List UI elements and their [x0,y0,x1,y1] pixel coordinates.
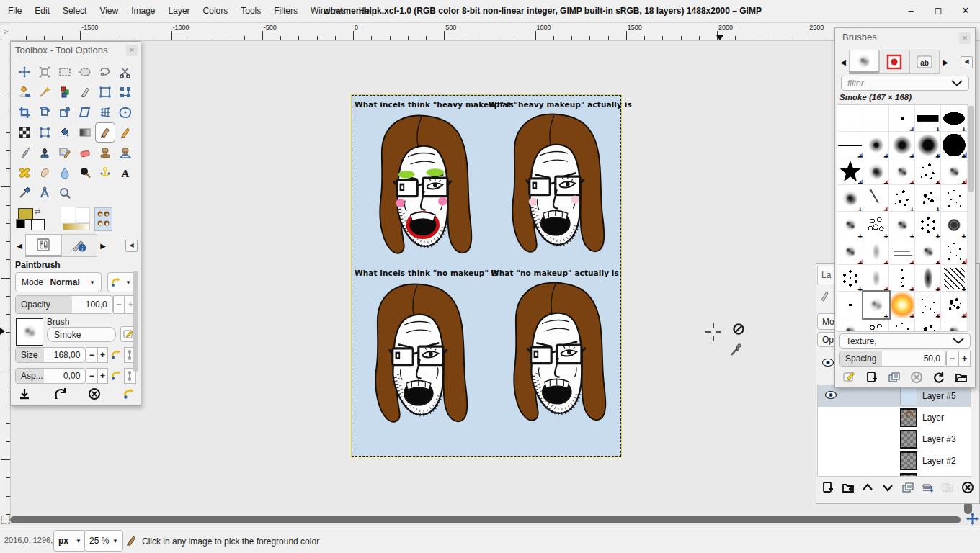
refresh-brushes-button[interactable] [931,369,947,385]
layer-row[interactable]: Layer #3 [818,428,971,450]
layer-row[interactable]: Layer #1 [818,472,971,477]
swap-colors-icon[interactable]: ⇄ [35,207,40,215]
duplicate-layer-button[interactable] [900,480,916,495]
delete-brush-button[interactable] [909,369,925,385]
edit-brush-button[interactable] [842,369,858,385]
zoom-select[interactable]: 25 %▼ [84,530,123,552]
layer-visibility-eye-icon[interactable] [825,391,837,401]
tool-perspective-clone[interactable] [115,143,135,163]
tab-brushes[interactable] [849,50,879,74]
size-reset-icon[interactable] [111,350,121,360]
brush-cell[interactable]: + [863,158,889,185]
delete-tool-preset-icon[interactable] [88,387,101,400]
tool-options-scrollbar[interactable] [133,271,138,372]
active-brush-thumbnail[interactable] [61,207,75,222]
layer-thumbnail[interactable] [900,430,917,449]
tool-warp-transform[interactable] [115,102,135,122]
brush-cell[interactable]: + [837,318,863,332]
tabs-scroll-right-icon[interactable]: ▶ [97,242,109,250]
brushes-tabs-scroll-right-icon[interactable]: ▶ [940,58,951,66]
brush-cell[interactable]: + [915,212,941,238]
menu-image[interactable]: Image [125,0,161,22]
menu-file[interactable]: File [1,0,28,22]
tool-ellipse-select[interactable] [75,62,95,82]
close-button[interactable]: ✕ [956,3,976,19]
brush-grid-scrollbar[interactable] [968,104,974,331]
brushes-close-icon[interactable]: ✕ [959,32,971,44]
brush-cell[interactable]: + [889,238,915,265]
brush-cell[interactable]: + [889,185,915,212]
layer-row[interactable]: Layer #5 [818,385,971,407]
layers-tab-fragment[interactable]: La [817,266,835,284]
new-layer-group-button[interactable] [840,480,856,495]
brush-cell[interactable]: + [837,212,863,238]
brush-cell[interactable]: + [837,132,863,158]
tool-fuzzy-select[interactable] [35,82,55,102]
layer-thumbnail[interactable] [900,387,917,405]
brush-cell[interactable]: + [837,238,863,265]
brush-cell[interactable]: + [889,292,915,318]
active-image-thumbnail[interactable] [94,207,112,231]
brush-cell[interactable]: + [837,158,863,185]
layer-thumbnail[interactable] [900,473,917,477]
size-decrease-button[interactable]: − [86,347,97,363]
brush-cell[interactable]: + [915,318,941,332]
menu-edit[interactable]: Edit [28,0,56,22]
layer-opacity-fragment[interactable]: Op [817,332,836,347]
tool-shear[interactable] [75,102,95,122]
brush-cell[interactable]: + [915,265,941,292]
brush-cell[interactable]: + [941,265,967,292]
menu-view[interactable]: View [93,0,125,22]
save-tool-preset-icon[interactable] [18,387,31,400]
tab-patterns[interactable] [879,50,909,74]
brush-cell[interactable]: + [837,185,863,212]
tool-blur-sharpen[interactable] [55,163,75,183]
tool-foreground-select[interactable] [14,82,35,102]
brush-smoke-selected[interactable]: + [863,292,889,318]
brush-cell[interactable]: + [915,292,941,318]
brush-cell[interactable]: + [863,185,889,212]
tool-scissors-select[interactable] [115,62,135,82]
aspect-slider[interactable]: Asp... 0,00 [15,368,86,384]
brush-cell[interactable]: + [915,105,941,132]
brush-cell[interactable]: + [915,158,941,185]
tool-move[interactable] [14,62,35,82]
eye-icon[interactable] [822,359,834,369]
brush-cell[interactable]: + [941,105,967,132]
unit-select[interactable]: px▼ [53,530,86,552]
active-gradient-thumbnail[interactable] [63,223,90,230]
brush-cell[interactable]: + [915,185,941,212]
background-color-swatch[interactable] [31,219,45,230]
brushes-tabs-scroll-left-icon[interactable]: ◀ [837,58,849,66]
add-layer-mask-button[interactable] [940,480,956,495]
tool-bucket-fill[interactable] [55,122,75,143]
aspect-reset-icon[interactable] [111,371,121,381]
menu-colors[interactable]: Colors [197,0,235,22]
brush-preview[interactable] [16,318,43,346]
tool-paintbrush[interactable] [95,122,115,143]
spacing-decrease-button[interactable]: − [946,351,958,367]
minimize-button[interactable]: – [901,3,921,19]
quick-mask-toggle[interactable] [1,516,10,524]
tool-text[interactable]: A [115,163,135,183]
tab-tool-dialog[interactable]: i [61,234,97,257]
brush-cell[interactable]: + [941,238,967,265]
tabs-scroll-left-icon[interactable]: ◀ [14,242,25,250]
brush-cell[interactable] [837,292,863,318]
brush-cell[interactable]: + [941,132,967,158]
texture-select[interactable]: Texture, [839,333,971,349]
brush-cell[interactable]: + [889,158,915,185]
tool-dodge-burn[interactable] [75,163,95,183]
tool-paths-anchor[interactable] [95,163,115,183]
tool-rectangle-select[interactable] [55,62,75,82]
layer-row[interactable]: Layer #2 [818,450,971,472]
brush-cell[interactable]: + [863,132,889,158]
tool-smudge[interactable] [35,163,55,183]
brush-cell[interactable]: + [941,318,967,332]
mode-select[interactable]: Mode Normal ▼ [15,272,102,292]
spacing-increase-button[interactable]: + [958,351,971,367]
maximize-button[interactable]: ◻ [928,3,948,19]
tool-color-picker[interactable] [14,183,35,203]
tool-scale[interactable] [55,102,75,122]
tool-zoom[interactable] [55,183,75,203]
